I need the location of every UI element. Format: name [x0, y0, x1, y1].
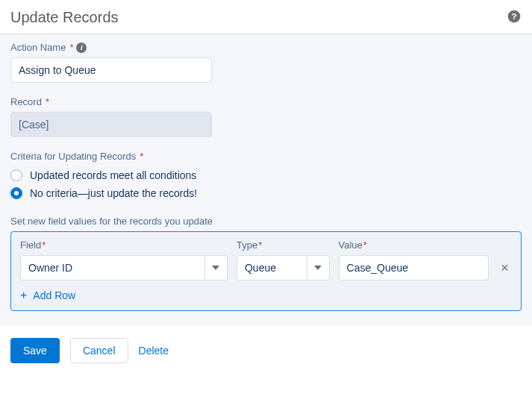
field-values-section-label: Set new field values for the records you… — [10, 216, 522, 227]
action-name-input[interactable] — [10, 57, 212, 83]
record-input — [10, 112, 212, 137]
criteria-label-text: Criteria for Updating Records — [10, 151, 136, 162]
help-icon[interactable]: ? — [507, 9, 522, 26]
field-row: Owner ID Queue × — [20, 255, 512, 280]
header-value: Value* — [339, 239, 489, 251]
delete-button[interactable]: Delete — [139, 338, 169, 363]
criteria-option-conditions[interactable]: Updated records meet all conditions — [10, 166, 522, 184]
info-icon[interactable]: i — [76, 43, 87, 53]
cancel-button[interactable]: Cancel — [70, 338, 128, 363]
required-marker: * — [140, 151, 143, 162]
record-label-text: Record — [10, 96, 42, 107]
header-type: Type* — [237, 239, 330, 251]
radio-icon — [10, 169, 22, 181]
form-content: Action Name* i Record* Criteria for Upda… — [0, 34, 532, 326]
action-name-label-text: Action Name — [10, 42, 66, 53]
add-row-button[interactable]: + Add Row — [20, 289, 512, 301]
criteria-option-none[interactable]: No criteria—just update the records! — [10, 184, 522, 202]
header-field: Field* — [20, 239, 228, 251]
action-name-group: Action Name* i — [10, 42, 522, 83]
required-marker: * — [69, 42, 73, 53]
field-picklist[interactable]: Owner ID — [20, 255, 228, 280]
chevron-down-icon — [204, 256, 227, 280]
field-values-headers: Field* Type* Value* — [20, 239, 512, 251]
type-picklist[interactable]: Queue — [237, 255, 330, 280]
page-title: Update Records — [10, 9, 119, 26]
required-marker: * — [46, 96, 49, 107]
radio-icon — [10, 187, 22, 199]
action-name-label: Action Name* i — [10, 42, 522, 53]
criteria-option-label: No criteria—just update the records! — [30, 187, 197, 199]
add-row-label: Add Row — [33, 289, 75, 301]
criteria-option-label: Updated records meet all conditions — [30, 169, 196, 181]
record-label: Record* — [10, 96, 522, 107]
value-input[interactable] — [339, 255, 489, 280]
field-values-block: Field* Type* Value* Owner ID Queue — [10, 231, 522, 311]
type-picklist-value: Queue — [245, 262, 276, 274]
criteria-group: Criteria for Updating Records* Updated r… — [10, 151, 522, 202]
remove-row-icon[interactable]: × — [498, 261, 512, 274]
modal-header: Update Records ? — [0, 0, 532, 34]
criteria-radio-group: Updated records meet all conditions No c… — [10, 166, 522, 202]
field-picklist-value: Owner ID — [28, 262, 72, 274]
plus-icon: + — [20, 289, 27, 301]
chevron-down-icon — [307, 256, 329, 280]
record-group: Record* — [10, 96, 522, 137]
save-button[interactable]: Save — [10, 338, 60, 363]
criteria-label: Criteria for Updating Records* — [10, 151, 522, 162]
svg-text:?: ? — [511, 11, 516, 21]
footer-actions: Save Cancel Delete — [0, 326, 532, 375]
